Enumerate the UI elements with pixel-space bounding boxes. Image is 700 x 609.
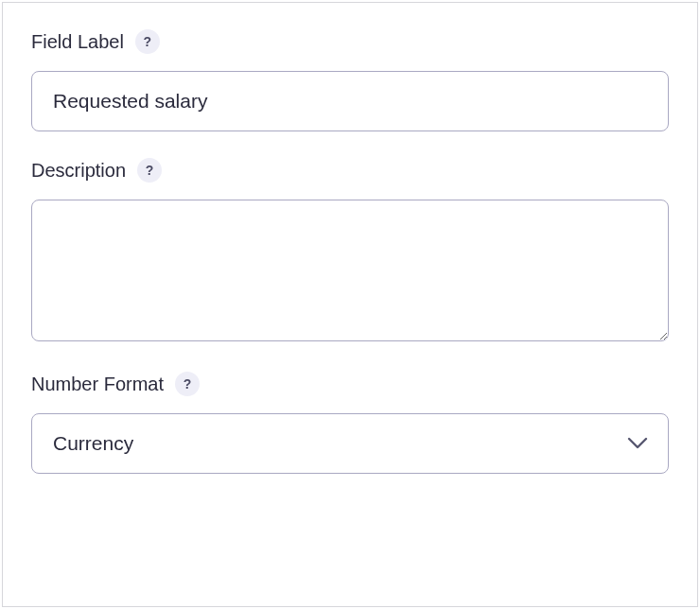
field-label-row: Field Label ?: [31, 29, 669, 54]
description-label-text: Description: [31, 160, 126, 182]
form-panel: Field Label ? Description ? Number Forma…: [2, 2, 698, 607]
description-input[interactable]: [31, 200, 669, 341]
number-format-group: Number Format ? Currency: [31, 372, 669, 474]
help-icon[interactable]: ?: [175, 372, 200, 396]
field-label-text: Field Label: [31, 31, 124, 53]
number-format-select[interactable]: Currency: [31, 413, 669, 474]
field-label-input[interactable]: [31, 71, 669, 131]
help-icon-glyph: ?: [184, 376, 192, 392]
field-label-group: Field Label ?: [31, 29, 669, 131]
number-format-select-wrap: Currency: [31, 413, 669, 474]
help-icon-glyph: ?: [144, 34, 152, 49]
number-format-label-row: Number Format ?: [31, 372, 669, 396]
description-group: Description ?: [31, 158, 669, 345]
help-icon-glyph: ?: [146, 163, 154, 178]
description-label-row: Description ?: [31, 158, 669, 183]
number-format-label-text: Number Format: [31, 374, 164, 395]
help-icon[interactable]: ?: [137, 158, 162, 183]
help-icon[interactable]: ?: [135, 29, 160, 54]
